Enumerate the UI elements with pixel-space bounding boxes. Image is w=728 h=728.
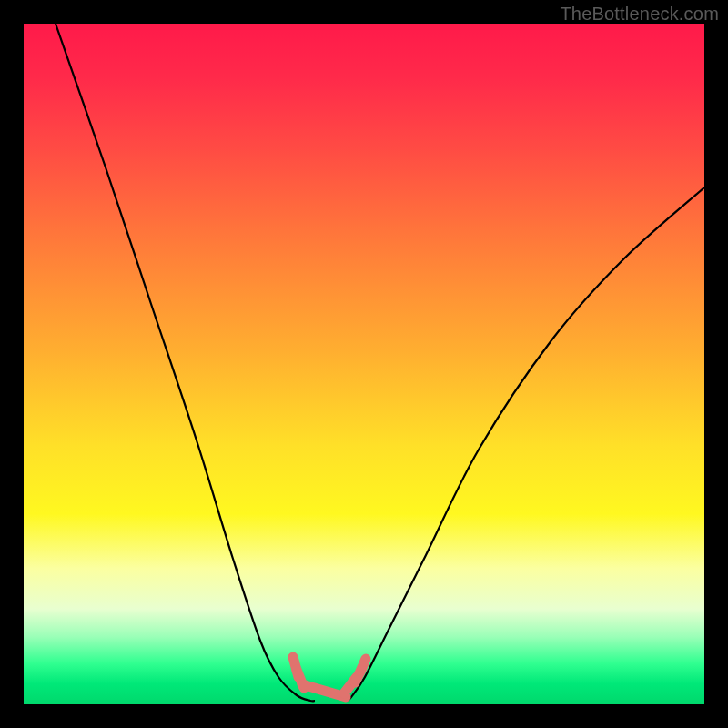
curve-group xyxy=(56,24,704,701)
curve-left xyxy=(56,24,315,701)
marker-segment xyxy=(302,684,346,697)
marker-segment xyxy=(360,659,366,672)
plot-area xyxy=(24,24,704,704)
chart-frame: TheBottleneck.com xyxy=(0,0,728,728)
curve-right xyxy=(347,187,704,701)
watermark-text: TheBottleneck.com xyxy=(560,4,719,25)
bottleneck-curve-svg xyxy=(24,24,704,704)
